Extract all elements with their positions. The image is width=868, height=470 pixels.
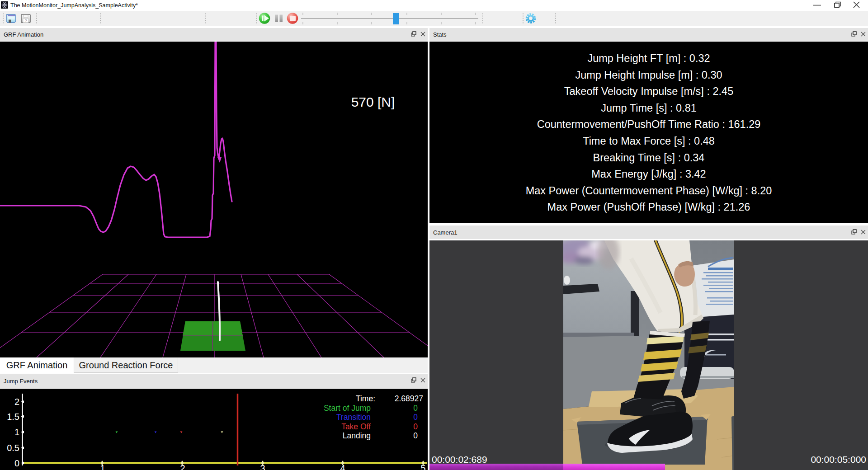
svg-text:2: 2: [14, 397, 19, 407]
svg-text:0: 0: [413, 404, 418, 413]
svg-text:2: 2: [180, 463, 185, 470]
svg-text:Landing: Landing: [343, 431, 371, 440]
svg-text:5: 5: [420, 463, 425, 470]
svg-text:1: 1: [100, 463, 105, 470]
svg-text:Start of Jump: Start of Jump: [324, 404, 371, 413]
svg-text:0: 0: [14, 458, 19, 468]
svg-text:Time:: Time:: [356, 394, 375, 403]
svg-text:4: 4: [340, 463, 345, 470]
svg-text:0.5: 0.5: [7, 443, 19, 453]
svg-text:2.68927: 2.68927: [395, 394, 423, 403]
svg-text:1.5: 1.5: [7, 412, 19, 422]
svg-text:0: 0: [413, 413, 418, 422]
svg-text:1: 1: [14, 427, 19, 437]
svg-text:?: ?: [25, 19, 27, 23]
svg-text:3: 3: [260, 463, 265, 470]
svg-text:Transition: Transition: [336, 413, 371, 422]
svg-text:0: 0: [413, 431, 418, 440]
svg-text:0: 0: [413, 422, 418, 431]
svg-text:570 [N]: 570 [N]: [351, 94, 395, 109]
svg-text:Take Off: Take Off: [341, 422, 371, 431]
